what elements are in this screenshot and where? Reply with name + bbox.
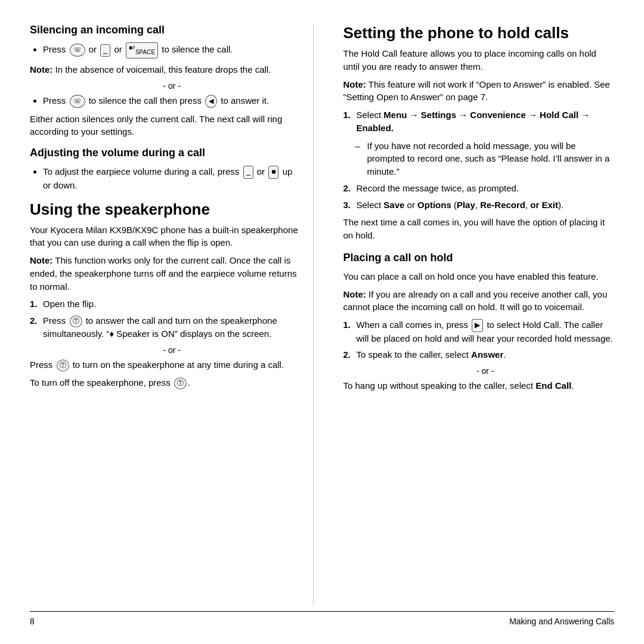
- phone-icon-2: ☏: [70, 95, 85, 108]
- speaker-icon-2: Ⓣ: [57, 360, 69, 371]
- page: Silencing an incoming call Press ☏ or ⎯ …: [0, 0, 644, 644]
- speaker-icon: Ⓣ: [70, 315, 82, 327]
- speakerphone-note: Note: This function works only for the c…: [30, 254, 301, 293]
- speakerphone-steps: 1. Open the flip. 2. Press Ⓣ to answer t…: [30, 298, 301, 340]
- adjusting-title: Adjusting the volume during a call: [30, 147, 301, 159]
- hold-calls-steps-2: 2. Record the message twice, as prompted…: [343, 182, 615, 212]
- speakerphone-intro: Your Kyocera Milan KX9B/KX9C phone has a…: [30, 224, 301, 250]
- phone-icon: ☏: [70, 44, 85, 57]
- silencing-bullet-2: Press ☏ to silence the call then press ◀…: [43, 94, 301, 108]
- or-sep-1: - or -: [43, 81, 301, 91]
- nav-icon: ■: [268, 166, 278, 178]
- sidekey-icon: ⎯: [100, 44, 110, 57]
- hold-calls-step-1: 1. Select Menu → Settings → Convenience …: [343, 109, 615, 135]
- adjusting-section: Adjusting the volume during a call To ad…: [30, 147, 301, 191]
- placing-title: Placing a call on hold: [343, 252, 615, 264]
- either-text: Either action silences only the current …: [30, 113, 301, 139]
- adjusting-bullet-1: To adjust the earpiece volume during a c…: [43, 165, 301, 191]
- silencing-bullets: Press ☏ or ⎯ or ■♯SPACE to silence the c…: [30, 42, 301, 58]
- placing-note: Note: If you are already on a call and y…: [343, 288, 615, 314]
- speakerphone-step-2: 2. Press Ⓣ to answer the call and turn o…: [30, 314, 301, 340]
- footer-section: Making and Answering Calls: [509, 617, 614, 626]
- page-number: 8: [30, 617, 35, 626]
- hold-calls-note: Note: This feature will not work if “Ope…: [343, 78, 615, 104]
- hold-calls-intro: The Hold Call feature allows you to plac…: [343, 47, 615, 73]
- speakerphone-turnoff: To turn off the speakerphone, press Ⓣ.: [30, 376, 301, 389]
- speakerphone-step-1: 1. Open the flip.: [30, 298, 301, 311]
- placing-hang-up: To hang up without speaking to the calle…: [343, 379, 615, 392]
- hold-btn-icon: ▶: [472, 319, 483, 332]
- speaker-icon-3: Ⓣ: [174, 377, 187, 389]
- content-area: Silencing an incoming call Press ☏ or ⎯ …: [30, 24, 614, 605]
- placing-steps: 1. When a call comes in, press ▶ to sele…: [343, 318, 615, 361]
- placing-section: Placing a call on hold You can place a c…: [343, 252, 615, 392]
- vol-key-icon: ⎯: [243, 166, 253, 178]
- spacekey-icon: ■♯SPACE: [126, 42, 158, 58]
- placing-or-sep: - or -: [357, 366, 615, 376]
- hold-calls-steps: 1. Select Menu → Settings → Convenience …: [343, 109, 615, 135]
- answer-icon: ◀: [205, 95, 217, 108]
- placing-step-2: 2. To speak to the caller, select Answer…: [343, 348, 615, 361]
- silencing-bullets-2: Press ☏ to silence the call then press ◀…: [30, 94, 301, 108]
- hold-calls-step-3: 3. Select Save or Options (Play, Re-Reco…: [343, 199, 615, 212]
- right-column: Setting the phone to hold calls The Hold…: [338, 24, 615, 605]
- speakerphone-title: Using the speakerphone: [30, 200, 301, 219]
- silencing-title: Silencing an incoming call: [30, 24, 301, 36]
- hold-calls-next: The next time a call comes in, you will …: [343, 216, 615, 242]
- or-sep-2: - or -: [43, 345, 301, 355]
- placing-intro: You can place a call on hold once you ha…: [343, 270, 615, 283]
- silencing-note: Note: In the absence of voicemail, this …: [30, 63, 301, 76]
- left-column: Silencing an incoming call Press ☏ or ⎯ …: [30, 24, 314, 605]
- adjusting-bullets: To adjust the earpiece volume during a c…: [30, 165, 301, 191]
- hold-calls-title: Setting the phone to hold calls: [343, 24, 615, 42]
- speakerphone-section: Using the speakerphone Your Kyocera Mila…: [30, 200, 301, 389]
- placing-step-1: 1. When a call comes in, press ▶ to sele…: [343, 318, 615, 345]
- silencing-bullet-1: Press ☏ or ⎯ or ■♯SPACE to silence the c…: [43, 42, 301, 58]
- footer: 8 Making and Answering Calls: [30, 611, 614, 626]
- speakerphone-or-text: Press Ⓣ to turn on the speakerphone at a…: [30, 358, 301, 371]
- hold-calls-section: Setting the phone to hold calls The Hold…: [343, 24, 615, 242]
- silencing-section: Silencing an incoming call Press ☏ or ⎯ …: [30, 24, 301, 138]
- hold-calls-step-2: 2. Record the message twice, as prompted…: [343, 182, 615, 195]
- hold-calls-dash: – If you have not recorded a hold messag…: [343, 140, 615, 178]
